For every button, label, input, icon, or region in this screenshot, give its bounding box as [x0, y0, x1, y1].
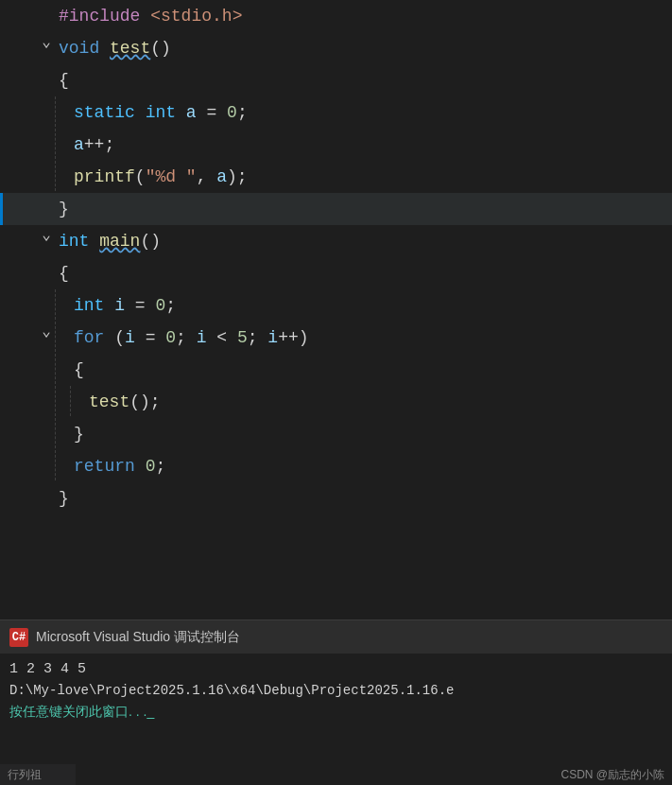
token: void — [59, 39, 110, 58]
console-titlebar: C# Microsoft Visual Studio 调试控制台 — [0, 619, 672, 654]
token: 5 — [237, 328, 248, 347]
code-content: static int a = 0; — [70, 96, 672, 129]
token: test — [110, 39, 150, 58]
token: } — [74, 425, 84, 444]
indent-guide — [55, 354, 70, 384]
indent-guides — [55, 386, 85, 416]
token: for — [74, 328, 114, 347]
token: i — [125, 328, 135, 347]
indent-guides — [55, 322, 70, 352]
token: a — [216, 167, 227, 186]
collapse-arrow[interactable]: ⌄ — [38, 322, 55, 340]
token: = — [125, 296, 155, 315]
token: (); — [129, 392, 160, 411]
token: ++ — [278, 328, 299, 347]
token: int — [74, 296, 114, 315]
token: { — [59, 71, 69, 90]
code-line: ⌄void test() — [0, 32, 672, 64]
code-line: { — [0, 257, 672, 289]
token: i — [114, 296, 125, 315]
token: ( — [114, 328, 125, 347]
indent-guide — [70, 386, 85, 416]
code-line: test(); — [0, 386, 672, 418]
token: "%d " — [146, 167, 197, 186]
token: i — [267, 328, 278, 347]
token: return — [74, 457, 146, 476]
token: ); — [227, 167, 248, 186]
console-title: Microsoft Visual Studio 调试控制台 — [36, 629, 240, 646]
code-line: } — [0, 418, 672, 450]
code-content: { — [55, 64, 672, 96]
token: < — [206, 328, 236, 347]
indent-guide — [55, 129, 70, 159]
token: } — [59, 200, 69, 218]
code-content: printf("%d ", a); — [70, 161, 672, 193]
indent-guide — [55, 161, 70, 191]
code-content: test(); — [85, 386, 672, 418]
token: ; — [248, 328, 268, 347]
watermark: CSDN @励志的小陈 — [560, 767, 664, 783]
code-line: static int a = 0; — [0, 96, 672, 129]
indent-guides — [55, 418, 70, 448]
token: () — [150, 39, 171, 58]
code-line: #include <stdio.h> — [0, 0, 672, 32]
console-body: 1 2 3 4 5 D:\My-love\Project2025.1.16\x6… — [0, 654, 672, 785]
code-line: ⌄int main() — [0, 225, 672, 257]
token: <stdio.h> — [150, 7, 242, 26]
indent-guide — [55, 96, 70, 127]
indent-guide — [55, 386, 70, 416]
indent-guides — [55, 289, 70, 320]
console-icon: C# — [9, 628, 28, 647]
token: int — [146, 103, 186, 122]
status-text: 行列祖 — [8, 767, 42, 783]
indent-guides — [55, 129, 70, 159]
token: int — [59, 232, 99, 251]
collapse-arrow[interactable]: ⌄ — [38, 225, 55, 244]
collapse-arrow[interactable]: ⌄ — [38, 32, 55, 51]
token: , — [197, 167, 217, 186]
indent-guides — [55, 161, 70, 191]
token: ; — [165, 296, 176, 315]
token: 0 — [227, 103, 237, 122]
code-content: { — [55, 257, 672, 289]
code-content: int i = 0; — [70, 289, 672, 322]
indent-guide — [55, 289, 70, 320]
code-line: { — [0, 354, 672, 386]
indent-guide — [55, 322, 70, 352]
token: #include — [59, 7, 150, 26]
console-output-3: 按任意键关闭此窗口. . ._ — [9, 701, 663, 722]
token: printf — [74, 167, 135, 186]
indent-guides — [55, 450, 70, 480]
code-content: } — [70, 418, 672, 450]
code-line: int i = 0; — [0, 289, 672, 322]
code-line: } — [0, 482, 672, 515]
console-output-2: D:\My-love\Project2025.1.16\x64\Debug\Pr… — [9, 680, 663, 701]
code-line: ⌄for (i = 0; i < 5; i++) — [0, 322, 672, 354]
token: main — [99, 232, 140, 251]
token: { — [59, 264, 69, 283]
token: i — [197, 328, 207, 347]
indent-guide — [55, 418, 70, 448]
code-content: } — [55, 482, 672, 515]
code-content: { — [70, 354, 672, 386]
token: } — [59, 489, 69, 508]
token: 0 — [146, 457, 156, 476]
token: 0 — [165, 328, 176, 347]
token: ( — [135, 167, 146, 186]
indent-guide — [55, 450, 70, 480]
code-content: for (i = 0; i < 5; i++) — [70, 322, 672, 354]
indent-guides — [55, 354, 70, 384]
code-line: return 0; — [0, 450, 672, 482]
console-panel: C# Microsoft Visual Studio 调试控制台 1 2 3 4… — [0, 619, 672, 785]
code-content: int main() — [55, 225, 672, 257]
token: static — [74, 103, 146, 122]
code-editor: #include <stdio.h>⌄void test(){static in… — [0, 0, 672, 634]
code-line: { — [0, 64, 672, 96]
token: = — [197, 103, 227, 122]
indent-guides — [55, 96, 70, 127]
code-line: printf("%d ", a); — [0, 161, 672, 193]
code-content: return 0; — [70, 450, 672, 482]
bottom-status: 行列祖 — [0, 764, 76, 785]
token: ++; — [84, 135, 114, 154]
code-content: } — [55, 193, 672, 225]
